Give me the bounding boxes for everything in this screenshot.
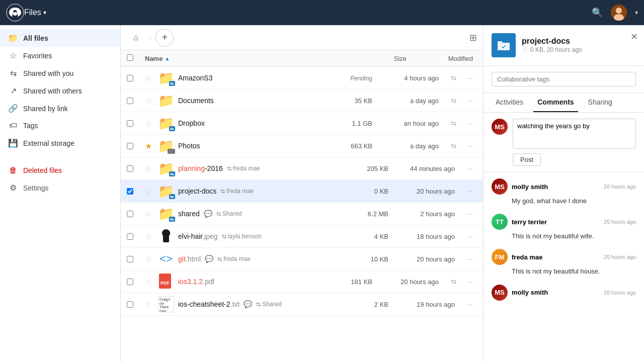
- app-name-button[interactable]: Files ▾: [24, 8, 46, 17]
- select-all-input[interactable]: [127, 54, 133, 61]
- sidebar-item-shared-by-link[interactable]: 🔗 Shared by link: [0, 100, 120, 117]
- close-panel-button[interactable]: ✕: [630, 31, 638, 42]
- table-row[interactable]: ☆ 📁 ⇆ project-docs ⇆ freda mae 0 KB 20 h…: [121, 180, 483, 203]
- more-action-button[interactable]: ···: [463, 275, 477, 289]
- row-checkbox[interactable]: [127, 256, 133, 262]
- more-action-button[interactable]: ···: [463, 207, 477, 221]
- comment-time: 20 hours ago: [604, 184, 636, 190]
- row-checkbox[interactable]: [127, 75, 133, 81]
- sidebar-item-shared-with-you[interactable]: ⇆ Shared with you: [0, 64, 120, 82]
- star-button[interactable]: ★: [145, 141, 152, 151]
- add-button[interactable]: +: [155, 29, 174, 47]
- grid-view-button[interactable]: ⊞: [469, 32, 477, 43]
- sidebar-item-all-files[interactable]: 📁 All files: [0, 29, 120, 47]
- current-user-avatar: MS: [492, 119, 508, 135]
- file-name-label: Documents: [178, 97, 214, 105]
- table-row[interactable]: ☆ 📁 Documents 35 KB a day ago ⇆ ···: [121, 89, 483, 112]
- sidebar-item-shared-with-others[interactable]: ↗ Shared with others: [0, 82, 120, 100]
- row-checkbox[interactable]: [127, 279, 133, 285]
- table-row[interactable]: ☆ 📁 ⇆ Dropbox 1.1 GB an hour ago ⇆ ···: [121, 112, 483, 135]
- search-icon[interactable]: 🔍: [592, 7, 603, 18]
- star-button[interactable]: ☆: [145, 232, 152, 241]
- home-button[interactable]: ⌂: [127, 29, 145, 47]
- row-checkbox[interactable]: [127, 98, 133, 104]
- sidebar-item-tags[interactable]: 🏷 Tags: [0, 117, 120, 134]
- file-size: 1.1 GB: [322, 120, 372, 127]
- name-column-header[interactable]: Name ▲: [145, 55, 356, 62]
- comment-textarea[interactable]: watching the years go by: [513, 119, 636, 149]
- shared-overlay-icon: ⇆: [169, 217, 175, 222]
- tab-activities[interactable]: Activities: [492, 93, 527, 112]
- star-button[interactable]: ☆: [145, 73, 152, 83]
- more-action-button[interactable]: ···: [463, 94, 477, 108]
- avatar: TT: [492, 214, 508, 230]
- sidebar-item-settings[interactable]: ⚙ Settings: [0, 179, 120, 197]
- file-name-label: project-docs: [178, 187, 216, 195]
- row-checkbox[interactable]: [127, 143, 133, 149]
- share-action-button[interactable]: ⇆: [447, 275, 461, 289]
- star-button[interactable]: ☆: [145, 254, 152, 264]
- table-row[interactable]: ★ 📁 ⬛ Photos 663 KB a day ago ⇆ ···: [121, 135, 483, 157]
- star-button[interactable]: ☆: [145, 164, 152, 173]
- tag-icon: 🏷: [8, 121, 18, 130]
- row-checkbox[interactable]: [127, 301, 133, 308]
- star-button[interactable]: ☆: [145, 300, 152, 309]
- post-comment-button[interactable]: Post: [513, 153, 541, 166]
- share-action-button[interactable]: ⇆: [447, 139, 461, 153]
- user-menu-caret[interactable]: ▾: [635, 9, 638, 16]
- star-button[interactable]: ☆: [145, 209, 152, 219]
- row-checkbox[interactable]: [127, 120, 133, 127]
- shared-overlay-icon: ⇆: [169, 171, 175, 176]
- tab-comments[interactable]: Comments: [533, 93, 578, 112]
- table-row[interactable]: ☆ PDF ios3.1.2.pdf 181 KB 20 hours ago ⇆…: [121, 270, 483, 293]
- modified-column-header[interactable]: Modified: [407, 55, 477, 62]
- tags-input[interactable]: [492, 72, 636, 86]
- rp-tabs: Activities Comments Sharing: [484, 93, 644, 113]
- sidebar-item-external-storage[interactable]: 💾 External storage: [0, 134, 120, 152]
- comment-icon: 💬: [204, 210, 212, 218]
- more-action-button[interactable]: ···: [463, 184, 477, 198]
- file-modified: 20 hours ago: [388, 255, 459, 263]
- table-row[interactable]: ☆ Craig's owThere mayPrerequisitA Mac OS…: [121, 293, 483, 316]
- table-row[interactable]: ☆ elvi-hair.jpeg ⇆ layla benson 4: [121, 225, 483, 248]
- table-row[interactable]: ☆ 📁 ⇆ shared 💬 ⇆ Shared 6.2 MB 2 hours a…: [121, 203, 483, 225]
- more-action-button[interactable]: ···: [463, 116, 477, 130]
- user-avatar[interactable]: [611, 5, 627, 21]
- sidebar-item-deleted-files[interactable]: 🗑 Deleted files: [0, 162, 120, 179]
- more-action-button[interactable]: ···: [463, 297, 477, 311]
- avatar: FM: [492, 249, 508, 265]
- file-modified: 19 hours ago: [388, 301, 459, 308]
- star-button[interactable]: ☆: [145, 96, 152, 106]
- more-action-button[interactable]: ···: [463, 161, 477, 175]
- more-action-button[interactable]: ···: [463, 252, 477, 266]
- table-row[interactable]: ☆ 📁 ⇆ planning-2016 ⇆ freda mae 205 KB 4…: [121, 157, 483, 180]
- share-action-button[interactable]: ⇆: [447, 94, 461, 108]
- more-action-button[interactable]: ···: [463, 71, 477, 85]
- table-row[interactable]: ☆ 📁 ⇆ AmazonS3 Pending 4 hours ago ⇆ ···: [121, 67, 483, 89]
- sidebar: 📁 All files ☆ Favorites ⇆ Shared with yo…: [0, 25, 121, 362]
- row-checkbox[interactable]: [127, 211, 133, 217]
- more-action-button[interactable]: ···: [463, 139, 477, 153]
- row-checkbox[interactable]: [127, 233, 133, 240]
- shared-overlay-icon: ⬛: [168, 149, 175, 154]
- comment-item: TT terry terrier 20 hours ago This is no…: [492, 214, 636, 241]
- app-logo[interactable]: [6, 4, 24, 22]
- tab-sharing[interactable]: Sharing: [584, 93, 616, 112]
- select-all-checkbox[interactable]: [127, 54, 145, 62]
- row-checkbox[interactable]: [127, 165, 133, 172]
- comment-time: 20 hours ago: [604, 254, 636, 260]
- star-button[interactable]: ☆: [145, 277, 152, 287]
- rp-star-icon[interactable]: ☆: [522, 46, 528, 54]
- file-size: 205 KB: [338, 165, 388, 172]
- star-button[interactable]: ☆: [145, 119, 152, 128]
- share-action-button[interactable]: ⇆: [447, 116, 461, 130]
- size-column-header[interactable]: Size: [356, 55, 407, 62]
- sidebar-item-favorites[interactable]: ☆ Favorites: [0, 47, 120, 64]
- more-action-button[interactable]: ···: [463, 229, 477, 243]
- share-action-button[interactable]: ⇆: [447, 71, 461, 85]
- table-row[interactable]: ☆ <> git.html 💬 ⇆ freda mae 10 KB 20 hou…: [121, 248, 483, 270]
- star-button[interactable]: ☆: [145, 187, 152, 196]
- row-checkbox[interactable]: [127, 188, 133, 195]
- file-name-label: git.html: [178, 255, 201, 263]
- file-name-label: planning-2016: [178, 164, 223, 172]
